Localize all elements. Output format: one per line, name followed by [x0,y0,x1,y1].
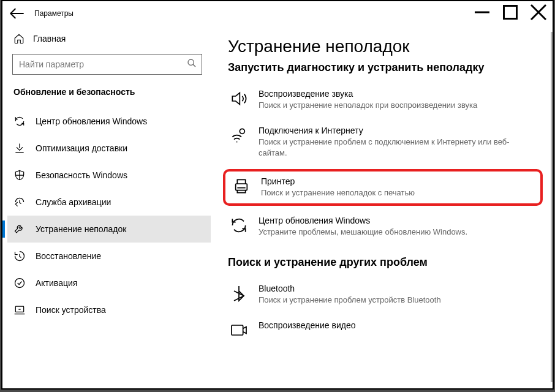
troubleshoot-item-printer[interactable]: Принтер Поиск и устранение неполадок с п… [230,175,535,200]
svg-rect-7 [232,325,243,335]
shield-icon [13,169,26,181]
sidebar-item-troubleshoot[interactable]: Устранение неполадок [7,216,211,243]
troubleshoot-item-desc: Поиск и устранение неполадок с печатью [261,187,534,198]
sidebar-item-backup[interactable]: Служба архивации [7,189,211,216]
main-panel: Устранение неполадок Запустить диагности… [211,26,553,388]
sidebar-item-recovery[interactable]: Восстановление [7,243,211,270]
troubleshoot-item-title: Воспроизведение видео [259,320,537,330]
recovery-icon [13,250,26,262]
sidebar-item-windows-security[interactable]: Безопасность Windows [7,162,211,189]
troubleshoot-item-title: Центр обновления Windows [259,216,537,225]
troubleshoot-item-internet[interactable]: Подключения к Интернету Поиск и устранен… [228,124,538,160]
update-sync-icon [13,115,26,127]
maximize-button[interactable] [496,1,524,23]
troubleshoot-item-desc: Устраните проблемы, мешающие обновлению … [259,227,537,238]
scrollbar[interactable] [551,32,553,382]
troubleshoot-item-title: Принтер [261,176,534,186]
find-device-icon [13,304,26,316]
svg-point-2 [188,59,194,65]
sidebar: Главная Обновление и безопасность [2,26,211,388]
page-subtitle: Запустить диагностику и устранить непола… [228,61,538,74]
home-icon [13,33,25,44]
sidebar-section-header: Обновление и безопасность [7,82,211,108]
minimize-button[interactable] [468,1,496,23]
backup-icon [13,196,26,208]
troubleshoot-item-desc: Поиск и устранение неполадок при воспрои… [259,100,537,111]
troubleshoot-item-desc: Поиск и устранение проблем устройств Blu… [259,295,537,306]
troubleshoot-item-audio[interactable]: Воспроизведение звука Поиск и устранение… [228,88,538,112]
sidebar-item-activation[interactable]: Активация [7,270,211,296]
sidebar-item-label: Оптимизация доставки [36,143,127,153]
svg-rect-6 [236,184,247,190]
sidebar-item-label: Поиск устройства [36,305,106,315]
titlebar: Параметры [2,1,553,26]
sidebar-item-label: Активация [36,278,77,288]
back-button[interactable] [7,4,27,23]
svg-rect-1 [504,6,517,19]
troubleshoot-item-bluetooth[interactable]: Bluetooth Поиск и устранение проблем уст… [228,282,538,307]
home-label: Главная [33,34,66,43]
svg-point-5 [240,129,244,134]
window-title: Параметры [34,9,74,18]
troubleshoot-item-title: Bluetooth [259,284,537,293]
sidebar-item-delivery-optimization[interactable]: Оптимизация доставки [7,135,211,162]
home-link[interactable]: Главная [7,26,211,51]
video-icon [229,320,249,340]
delivery-opt-icon [13,142,26,154]
search-icon [187,58,197,70]
sidebar-item-label: Служба архивации [36,197,111,207]
speaker-icon [229,89,249,108]
troubleshoot-item-desc: Поиск и устранение проблем с подключение… [259,137,537,159]
sidebar-item-label: Устранение неполадок [36,224,126,234]
printer-icon [232,176,251,196]
sidebar-item-find-device[interactable]: Поиск устройства [7,296,211,323]
activation-icon [13,277,26,289]
close-button[interactable] [524,1,553,23]
highlighted-item: Принтер Поиск и устранение неполадок с п… [223,169,543,206]
search-box[interactable] [12,54,202,75]
troubleshoot-icon [13,223,26,235]
sidebar-item-windows-update[interactable]: Центр обновления Windows [7,108,211,135]
troubleshoot-item-video[interactable]: Воспроизведение видео [228,319,538,341]
troubleshoot-item-title: Подключения к Интернету [259,126,537,135]
other-problems-heading: Поиск и устранение других проблем [228,256,538,269]
update-sync-icon [229,216,249,235]
sidebar-item-label: Восстановление [36,251,101,261]
svg-point-3 [15,279,25,288]
sidebar-item-label: Центр обновления Windows [36,116,147,126]
troubleshoot-item-title: Воспроизведение звука [259,89,537,99]
page-title: Устранение неполадок [228,37,538,56]
sidebar-item-label: Безопасность Windows [36,170,127,180]
wifi-globe-icon [229,126,249,145]
troubleshoot-item-windows-update[interactable]: Центр обновления Windows Устраните пробл… [228,214,538,239]
bluetooth-icon [229,284,249,303]
search-input[interactable] [19,59,197,69]
